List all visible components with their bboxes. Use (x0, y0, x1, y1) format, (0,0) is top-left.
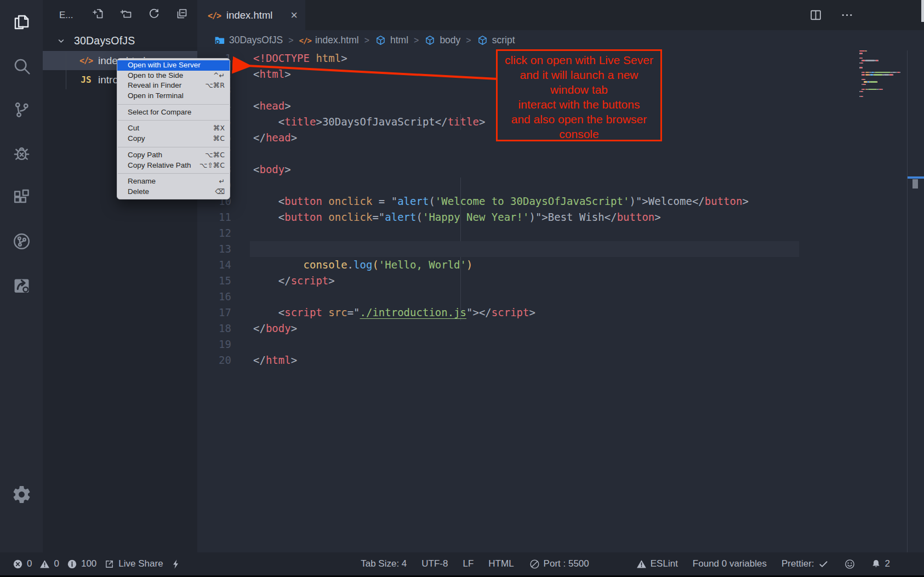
code-line-19[interactable]: 19 (197, 336, 924, 352)
status-eslint[interactable]: ESLint (636, 558, 678, 570)
code-line-10[interactable]: 10 <button onclick = "alert('Welcome to … (197, 193, 924, 209)
menu-item-select-for-compare[interactable]: Select for Compare (117, 107, 230, 118)
code-line-7[interactable]: 7 (197, 146, 924, 162)
menu-item-delete[interactable]: Delete⌫ (117, 187, 230, 197)
minimap[interactable] (859, 50, 904, 98)
menu-item-open-with-live-server[interactable]: Open with Live Server (117, 60, 230, 71)
collapse-all-button[interactable] (175, 7, 189, 23)
bell-icon (870, 558, 882, 570)
breadcrumb-item-script[interactable]: script (477, 35, 515, 46)
breadcrumb-item-30DaysOfJS[interactable]: 30DaysOfJS (214, 35, 283, 46)
status-variables[interactable]: Found 0 variables (693, 558, 767, 569)
close-icon[interactable]: × (290, 9, 298, 21)
debug-icon (12, 144, 32, 164)
code-line-12[interactable]: 12 (197, 225, 924, 241)
status-feedback[interactable] (844, 558, 855, 570)
search-icon (12, 56, 32, 76)
export-icon (104, 558, 115, 570)
tab-strip: </> index.html × (197, 0, 924, 30)
breadcrumb-item-index.html[interactable]: </>index.html (299, 35, 359, 46)
breadcrumb: 30DaysOfJS></>index.html>html>body>scrip… (197, 30, 924, 50)
code-line-14[interactable]: 14 console.log('Hello, World') (197, 257, 924, 273)
status-notifications[interactable]: 2 (870, 558, 890, 570)
breadcrumb-separator: > (287, 36, 294, 45)
menu-item-copy[interactable]: Copy⌘C (117, 134, 230, 144)
code-line-20[interactable]: 20</html> (197, 352, 924, 368)
status-label: Prettier: (782, 558, 814, 569)
status-quick-action[interactable] (170, 558, 182, 570)
more-actions-icon[interactable] (840, 8, 854, 22)
activity-bar (0, 0, 43, 552)
code-line-9[interactable]: 9 (197, 178, 924, 193)
activity-bar-item-debug[interactable] (0, 132, 43, 175)
status-prettier[interactable]: Prettier: (782, 558, 829, 570)
code-line-17[interactable]: 17 <script src="./introduction.js"></scr… (197, 305, 924, 321)
blocked-icon (529, 558, 540, 570)
line-number: 19 (197, 336, 231, 352)
code-line-16[interactable]: 16 (197, 289, 924, 305)
overview-cursor-decoration (908, 176, 924, 179)
menu-item-copy-relative-path[interactable]: Copy Relative Path⌥⇧⌘C (117, 161, 230, 171)
menu-item-open-in-terminal[interactable]: Open in Terminal (117, 91, 230, 101)
status-language[interactable]: HTML (488, 558, 514, 569)
menu-separator (118, 147, 229, 147)
activity-bar-item-search[interactable] (0, 44, 43, 88)
refresh-button[interactable] (147, 7, 161, 23)
menu-item-open-to-the-side[interactable]: Open to the Side^↵ (117, 71, 230, 81)
activity-bar-item-live-share[interactable] (0, 263, 43, 307)
share-arrow-icon (12, 275, 32, 295)
warning-icon (636, 558, 647, 570)
line-number: 12 (197, 225, 231, 241)
code-line-8[interactable]: 8<body> (197, 162, 924, 178)
status-infos[interactable]: 100 (66, 558, 96, 570)
scrollbar-column (907, 50, 924, 552)
line-number: 11 (197, 209, 231, 225)
info-icon (66, 558, 78, 570)
current-line-highlight (250, 241, 799, 257)
new-folder-button[interactable] (119, 7, 133, 23)
vscode-window: E... 30DaysOfJS </>index.htmlJSintroduct… (0, 0, 924, 577)
breadcrumb-item-html[interactable]: html (375, 35, 408, 46)
code-line-13[interactable]: 13 <script> (197, 241, 924, 257)
line-number: 14 (197, 257, 231, 273)
tree-root-folder[interactable]: 30DaysOfJS (43, 30, 197, 51)
status-encoding[interactable]: UTF-8 (421, 558, 448, 569)
line-number: 16 (197, 289, 231, 305)
menu-item-rename[interactable]: Rename↵ (117, 176, 230, 187)
activity-bar-item-explorer[interactable] (0, 0, 43, 44)
menu-separator (118, 104, 229, 105)
status-port[interactable]: Port : 5500 (529, 558, 589, 570)
code-line-11[interactable]: 11 <button onclick="alert('Happy New Yea… (197, 209, 924, 225)
status-label: Port : 5500 (544, 558, 589, 569)
status-tab-size[interactable]: Tab Size: 4 (361, 558, 407, 569)
activity-bar-item-source-control[interactable] (0, 88, 43, 132)
status-eol[interactable]: LF (463, 558, 474, 569)
menu-item-reveal-in-finder[interactable]: Reveal in Finder⌥⌘R (117, 81, 230, 91)
code-line-15[interactable]: 15 </script> (197, 273, 924, 289)
status-label: 2 (885, 558, 890, 569)
tab-index-html[interactable]: </> index.html × (197, 0, 305, 30)
chevron-down-icon (56, 36, 66, 46)
split-editor-icon[interactable] (809, 8, 823, 22)
status-live-share[interactable]: Live Share (104, 558, 163, 570)
line-number: 15 (197, 273, 231, 289)
line-number: 13 (197, 241, 231, 257)
menu-item-cut[interactable]: Cut⌘X (117, 123, 230, 134)
activity-bar-item-extensions[interactable] (0, 175, 43, 219)
cube-icon (424, 35, 436, 46)
status-warnings[interactable]: 0 (39, 558, 59, 570)
scrollbar-corner (921, 0, 924, 22)
status-label: Tab Size: 4 (361, 558, 407, 569)
code-line-18[interactable]: 18</body> (197, 321, 924, 336)
new-file-button[interactable] (92, 7, 105, 23)
breadcrumb-item-body[interactable]: body (424, 35, 460, 46)
activity-bar-item-gitlens[interactable] (0, 219, 43, 263)
breadcrumb-label: html (390, 35, 408, 46)
status-errors[interactable]: 0 (12, 558, 32, 570)
new-file-icon (92, 7, 105, 20)
line-number: 20 (197, 352, 231, 368)
new-folder-icon (119, 7, 133, 20)
activity-bar-item-settings[interactable] (0, 472, 43, 516)
menu-item-copy-path[interactable]: Copy Path⌥⌘C (117, 150, 230, 161)
scrollbar-thumb[interactable] (912, 179, 918, 188)
